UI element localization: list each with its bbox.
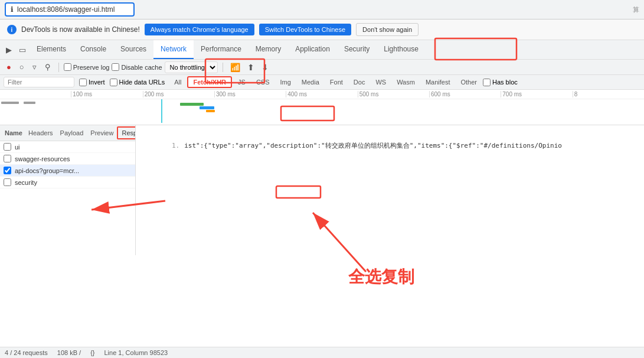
devtools-tabs: ▶ ▭ Elements Console Sources Network Per… — [0, 40, 644, 60]
disable-cache-input[interactable] — [112, 63, 119, 71]
file-item-ui[interactable]: ui — [0, 141, 135, 153]
toolbar-sep2 — [223, 63, 223, 72]
size-info: 108 kB / — [57, 349, 81, 356]
response-line-content: ist":{"type":"array","description":"转交政府… — [184, 142, 562, 149]
request-count: 4 / 24 requests — [5, 349, 48, 356]
vertical-line — [161, 99, 162, 123]
invert-checkbox[interactable]: Invert — [79, 79, 105, 86]
devtools-notification: i DevTools is now available in Chinese! … — [0, 19, 644, 40]
tick-500: 500 ms — [358, 91, 429, 97]
tab-memory[interactable]: Memory — [249, 40, 288, 59]
headers-tab[interactable]: Headers — [25, 128, 57, 138]
device-icon[interactable]: ▭ — [15, 41, 30, 59]
tab-application[interactable]: Application — [288, 40, 337, 59]
timeline-bars — [0, 99, 644, 123]
toolbar-sep1 — [58, 63, 59, 72]
panel-sub-tabs: Name Headers Payload Preview Response In… — [0, 125, 135, 141]
filter-js[interactable]: JS — [233, 77, 250, 87]
hide-data-urls-label: Hide data URLs — [119, 79, 165, 86]
tab-elements[interactable]: Elements — [30, 40, 73, 59]
address-bar-row: ℹ localhost:8086/swagger-ui.html 算 — [0, 0, 644, 19]
dont-show-again-button[interactable]: Don't show again — [356, 23, 419, 36]
tab-sources[interactable]: Sources — [113, 40, 153, 59]
bar-1 — [1, 102, 19, 104]
status-bar: 4 / 24 requests 108 kB / {} Line 1, Colu… — [0, 347, 644, 358]
tick-300: 300 ms — [214, 91, 286, 97]
top-icons: 算 — [633, 5, 639, 14]
file-item-api-docs-checkbox[interactable] — [4, 167, 11, 174]
position-info: Line 1, Column 98523 — [104, 349, 168, 356]
tick-700: 700 ms — [501, 91, 572, 97]
invert-label: Invert — [89, 79, 105, 86]
search-button[interactable]: ⚲ — [42, 61, 54, 73]
filter-types: All Fetch/XHR JS CSS Img Media Font Doc … — [169, 76, 518, 88]
filter-all[interactable]: All — [169, 77, 186, 87]
filter-wasm[interactable]: Wasm — [392, 77, 420, 87]
tab-lighthouse[interactable]: Lighthouse — [377, 40, 426, 59]
filter-media[interactable]: Media — [297, 77, 324, 87]
filter-ws[interactable]: WS — [371, 77, 391, 87]
notification-info-icon: i — [7, 25, 17, 34]
disable-cache-checkbox[interactable]: Disable cache — [112, 63, 162, 71]
preview-tab[interactable]: Preview — [87, 128, 117, 138]
preserve-log-input[interactable] — [64, 63, 71, 71]
address-bar[interactable]: ℹ localhost:8086/swagger-ui.html — [5, 2, 135, 17]
tab-network[interactable]: Network — [153, 40, 194, 59]
filter-other[interactable]: Other — [456, 77, 482, 87]
payload-tab[interactable]: Payload — [57, 128, 87, 138]
file-item-api-docs[interactable]: api-docs?group=mcr... — [0, 165, 135, 177]
match-language-button[interactable]: Always match Chrome's language — [145, 24, 254, 35]
file-item-security-checkbox[interactable] — [4, 178, 11, 186]
file-item-security[interactable]: security — [0, 177, 135, 188]
file-item-ui-name: ui — [15, 144, 20, 151]
preserve-log-checkbox[interactable]: Preserve log — [64, 63, 110, 71]
throttle-select[interactable]: No throttling — [165, 61, 218, 73]
tick-400: 400 ms — [286, 91, 357, 97]
download-icon[interactable]: ⬇ — [259, 61, 271, 73]
tab-security[interactable]: Security — [337, 40, 377, 59]
file-item-api-docs-name: api-docs?group=mcr... — [15, 167, 79, 174]
timeline-area: 100 ms 200 ms 300 ms 400 ms 500 ms 600 m… — [0, 90, 644, 125]
devtools-toolbar: ● ○ ▿ ⚲ Preserve log Disable cache No th… — [0, 60, 644, 75]
file-item-ui-checkbox[interactable] — [4, 143, 11, 151]
chinese-annotation: 全选复制 — [348, 266, 414, 288]
wifi-icon[interactable]: 📶 — [228, 61, 243, 73]
response-tab[interactable]: Response — [117, 126, 136, 139]
file-item-swagger-resources-checkbox[interactable] — [4, 155, 11, 162]
tick-800: 8 — [573, 91, 644, 97]
bar-blue — [200, 106, 214, 109]
filter-icon-button[interactable]: ▿ — [30, 61, 40, 73]
upload-icon[interactable]: ⬆ — [245, 61, 257, 73]
record-button[interactable]: ● — [4, 61, 14, 73]
disable-cache-label: Disable cache — [121, 64, 162, 71]
filter-doc[interactable]: Doc — [349, 77, 370, 87]
filter-input[interactable] — [4, 77, 74, 87]
filter-font[interactable]: Font — [325, 77, 348, 87]
switch-to-chinese-button[interactable]: Switch DevTools to Chinese — [259, 24, 351, 35]
tick-100: 100 ms — [71, 91, 142, 97]
filter-manifest[interactable]: Manifest — [421, 77, 455, 87]
cursor-icon[interactable]: ▶ — [2, 41, 15, 59]
has-blocked-checkbox[interactable]: Has bloc — [483, 79, 518, 86]
browser-chrome: ℹ localhost:8086/swagger-ui.html 算 — [0, 0, 644, 19]
file-item-security-name: security — [15, 179, 37, 186]
hide-data-urls-checkbox[interactable]: Hide data URLs — [110, 79, 165, 86]
bar-orange — [206, 110, 215, 112]
name-header: Name — [2, 128, 25, 138]
file-item-swagger-resources-name: swagger-resources — [15, 155, 70, 162]
browser-top-right: 算 — [633, 5, 639, 14]
bar-green — [180, 103, 204, 106]
filter-row: Invert Hide data URLs All Fetch/XHR JS C… — [0, 75, 644, 90]
file-item-swagger-resources[interactable]: swagger-resources — [0, 153, 135, 165]
filter-img[interactable]: Img — [276, 77, 296, 87]
tab-console[interactable]: Console — [73, 40, 113, 59]
info-icon: ℹ — [11, 5, 14, 14]
response-panel[interactable]: 1.ist":{"type":"array","description":"转交… — [136, 125, 644, 255]
clear-button[interactable]: ○ — [17, 61, 27, 73]
file-list-panel: Name Headers Payload Preview Response In… — [0, 125, 136, 255]
filter-css[interactable]: CSS — [251, 77, 274, 87]
tab-performance[interactable]: Performance — [194, 40, 249, 59]
preserve-log-label: Preserve log — [73, 64, 110, 71]
filter-fetch-xhr[interactable]: Fetch/XHR — [187, 76, 232, 88]
address-text: localhost:8086/swagger-ui.html — [17, 5, 115, 14]
